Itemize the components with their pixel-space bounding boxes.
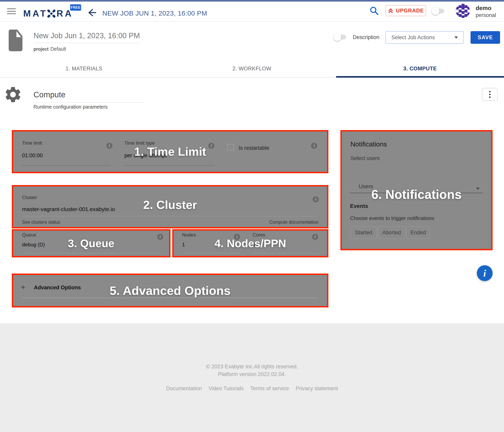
cluster-select[interactable]: master-vagrant-cluster-001.exabyte.io xyxy=(22,206,115,212)
user-name: demo xyxy=(476,5,491,11)
app-root: MAT RA FREE NEW JOB JUN 1, 2023, 16:00 P… xyxy=(0,0,504,432)
compute-documentation-link[interactable]: Compute documentation xyxy=(269,220,319,225)
job-actions-select[interactable]: Select Job Actions xyxy=(386,31,464,44)
is-restartable-checkbox[interactable] xyxy=(227,144,234,150)
plus-icon[interactable]: + xyxy=(21,283,25,291)
tabs-bar: 1. MATERIALS 2. WORKFLOW 3. COMPUTE xyxy=(0,59,504,78)
description-toggle[interactable] xyxy=(335,35,346,39)
advanced-options-toggle[interactable]: Advanced Options xyxy=(34,285,81,291)
hamburger-menu-icon[interactable] xyxy=(7,8,16,14)
queue-select[interactable]: debug (D) xyxy=(22,242,45,248)
event-button-ended[interactable]: Ended xyxy=(406,226,430,239)
tab-compute[interactable]: 3. COMPUTE xyxy=(336,59,504,78)
user-plan: personal xyxy=(476,12,496,18)
active-tab-indicator xyxy=(336,76,504,78)
input-underline xyxy=(125,165,215,166)
event-button-started[interactable]: Started xyxy=(351,226,377,239)
description-label: Description xyxy=(353,34,379,40)
upgrade-label: UPGRADE xyxy=(396,8,424,14)
footer-link-terms[interactable]: Terms of service xyxy=(250,385,289,392)
queue-label: Queue xyxy=(22,232,36,238)
clusters-status-link[interactable]: See clusters status xyxy=(22,220,60,225)
footer-links: Documentation Video Tutorials Terms of s… xyxy=(0,385,504,392)
tab-workflow[interactable]: 2. WORKFLOW xyxy=(168,59,336,78)
back-arrow-icon[interactable] xyxy=(88,9,96,17)
caret-down-icon[interactable] xyxy=(476,188,480,190)
annotated-region-time-limit xyxy=(12,130,328,173)
notifications-subtitle: Select users xyxy=(351,155,380,161)
section-subtitle: Runtime configuration parameters xyxy=(34,104,108,110)
time-limit-input[interactable]: 01:00:00 xyxy=(22,152,43,159)
header-job-title: NEW JOB JUN 1, 2023, 16:00 PM xyxy=(102,9,207,17)
caret-down-icon xyxy=(454,37,458,39)
footer-version: Platform version 2022.02.04. xyxy=(0,371,504,377)
info-icon[interactable]: i xyxy=(157,234,163,240)
info-icon[interactable]: i xyxy=(312,234,318,240)
save-button[interactable]: SAVE xyxy=(470,31,500,44)
cluster-label: Cluster xyxy=(22,195,37,200)
events-hint: Choose events to trigger notifications xyxy=(350,215,434,221)
time-limit-type-label: Time limit type xyxy=(125,140,155,146)
time-limit-label: Time limit xyxy=(22,140,42,146)
brand-logo[interactable]: MAT RA xyxy=(23,8,73,19)
section-title: Compute xyxy=(34,90,144,103)
is-restartable-label: Is restartable xyxy=(239,145,269,151)
info-icon[interactable]: i xyxy=(234,234,240,240)
time-limit-type-select[interactable]: per single attempt xyxy=(125,152,167,159)
job-title[interactable]: New Job Jun 1, 2023, 16:00 PM xyxy=(34,31,140,43)
notifications-title: Notifications xyxy=(351,140,387,148)
footer-link-video-tutorials[interactable]: Video Tutorials xyxy=(208,385,243,392)
free-plan-badge: FREE xyxy=(70,4,81,11)
footer-link-documentation[interactable]: Documentation xyxy=(166,385,202,392)
document-icon xyxy=(9,29,22,52)
search-icon[interactable] xyxy=(369,6,379,15)
logo-text-pre: MAT xyxy=(23,8,47,19)
info-icon[interactable]: i xyxy=(106,143,112,149)
cores-label: Cores xyxy=(252,232,265,238)
upgrade-button[interactable]: UPGRADE xyxy=(386,5,426,16)
input-underline xyxy=(22,253,161,254)
nodes-label: Nodes xyxy=(182,232,196,238)
footer-copyright: © 2023 Exabyte Inc.All rights reserved. xyxy=(0,364,504,370)
footer-link-privacy[interactable]: Privacy statement xyxy=(296,385,338,392)
kebab-menu-button[interactable] xyxy=(482,88,498,101)
cores-input[interactable]: 1 xyxy=(252,242,255,248)
project-value: Default xyxy=(50,46,66,52)
event-button-aborted[interactable]: Aborted xyxy=(378,226,405,239)
info-icon[interactable]: i xyxy=(311,143,317,149)
info-fab-button[interactable]: i xyxy=(477,265,493,281)
avatar[interactable] xyxy=(456,4,470,18)
project-label: project xyxy=(34,47,49,52)
users-select[interactable]: Users xyxy=(359,183,373,190)
info-icon[interactable]: i xyxy=(313,196,319,202)
tab-materials[interactable]: 1. MATERIALS xyxy=(0,59,168,78)
input-underline xyxy=(22,216,319,216)
input-underline xyxy=(182,253,240,254)
job-actions-placeholder: Select Job Actions xyxy=(391,35,435,41)
input-underline xyxy=(22,165,111,166)
gear-icon xyxy=(5,86,21,104)
info-icon[interactable]: i xyxy=(208,143,214,149)
input-underline xyxy=(350,193,483,193)
header-toggle[interactable] xyxy=(433,9,444,13)
double-chevron-up-icon xyxy=(388,8,394,14)
events-label: Events xyxy=(350,203,368,209)
divider xyxy=(22,298,317,298)
input-underline xyxy=(252,253,319,254)
nodes-input[interactable]: 1 xyxy=(182,242,185,248)
logo-asterisk-icon xyxy=(47,9,56,19)
top-accent-strip xyxy=(0,0,504,1)
